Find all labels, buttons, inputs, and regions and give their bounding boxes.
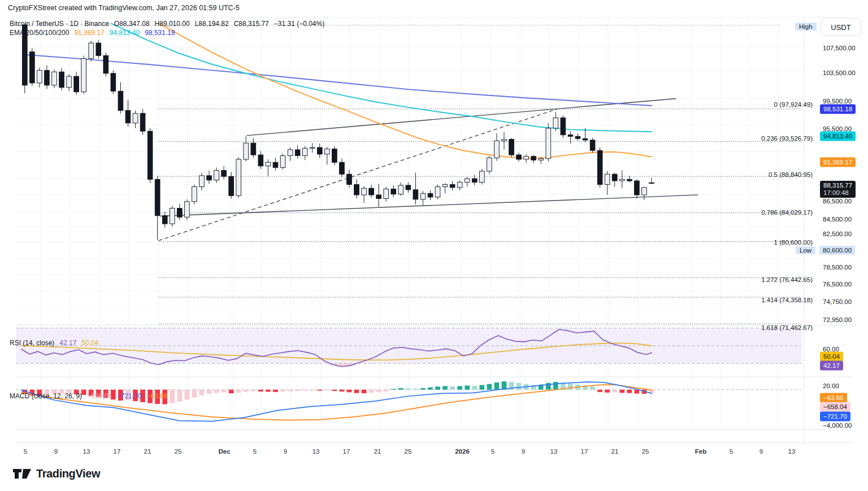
- price-axis-badge: 91,369.17: [820, 158, 856, 167]
- price-axis-badge: −721.70: [820, 412, 850, 422]
- fib-level-label: 1.272 (76,442.65): [761, 276, 813, 283]
- price-axis-label: 72,950.00: [823, 316, 852, 323]
- price-axis-label: 86,500.00: [823, 198, 852, 205]
- macd-value: −658.04: [87, 392, 112, 400]
- price-axis-label: 80,600.00: [819, 246, 855, 255]
- ema-legend-title: EMA 20/50/100/200: [10, 29, 69, 37]
- price-axis-label: 84,500.00: [823, 216, 852, 223]
- time-axis-label[interactable]: 25: [405, 448, 412, 455]
- currency-unit-button[interactable]: USDT: [821, 18, 861, 36]
- price-axis-label: 74,750.00: [823, 298, 852, 305]
- macd-legend[interactable]: MACD (close, 12, 26, 9)−658.04−721.70−63…: [10, 392, 168, 400]
- fib-level-label: 0.5 (88,840.95): [769, 171, 813, 178]
- price-axis-label: 76,500.00: [823, 281, 852, 288]
- fib-level-label: 1.414 (74,358.18): [761, 297, 813, 303]
- price-axis-label: −4,000.00: [823, 422, 852, 429]
- time-axis-label[interactable]: 5: [24, 448, 27, 455]
- time-axis-label[interactable]: 5: [253, 448, 257, 455]
- macd-value: −721.70: [117, 392, 142, 400]
- price-axis-badge: 88,315.7717:00:48: [820, 181, 856, 198]
- time-axis-label[interactable]: 13: [313, 448, 320, 455]
- time-axis-label[interactable]: 9: [522, 448, 525, 455]
- time-axis-label[interactable]: 13: [788, 448, 796, 455]
- time-axis-label[interactable]: 13: [550, 448, 558, 455]
- symbol-title: Bitcoin / TetherUS · 1D · Binance: [10, 20, 109, 28]
- candlesticks[interactable]: [22, 25, 654, 240]
- time-axis-label[interactable]: 9: [284, 448, 287, 455]
- price-axis-badge: 50.04: [820, 352, 843, 362]
- rsi-legend[interactable]: RSI (14, close)42.1750.04: [10, 339, 98, 347]
- time-axis-label[interactable]: 21: [611, 448, 619, 455]
- price-axis-badge: 98,531.18: [820, 105, 856, 114]
- rsi-value: 50.04: [81, 339, 98, 347]
- tradingview-logo-text: TradingView: [36, 467, 100, 480]
- macd-value: −63.66: [146, 392, 167, 400]
- price-axis-label: 103,500.00: [823, 69, 856, 76]
- tradingview-logo[interactable]: TradingView: [12, 467, 100, 480]
- time-axis-label[interactable]: 5: [491, 448, 494, 455]
- low-marker-chip: Low: [796, 246, 815, 254]
- ohlc-value: L88,194.82: [195, 20, 229, 28]
- symbol-legend[interactable]: Bitcoin / TetherUS · 1D · BinanceO88,347…: [10, 20, 324, 28]
- time-axis-label[interactable]: 2026: [455, 448, 470, 455]
- price-axis-label: 107,500.00: [823, 45, 856, 51]
- macd-legend-title: MACD (close, 12, 26, 9): [10, 392, 82, 400]
- fib-level-label: 0.786 (84,029.17): [761, 209, 813, 216]
- time-axis-label[interactable]: 13: [83, 448, 90, 455]
- price-axis-label: 99,500.00: [823, 98, 852, 105]
- ohlc-value: H89,010.00: [155, 20, 190, 28]
- price-axis-label: 78,500.00: [823, 264, 852, 271]
- ema-legend[interactable]: EMA 20/50/100/20091,369.1794,813.4098,53…: [10, 29, 175, 37]
- fib-level-label: 0.236 (93,526.79): [761, 135, 813, 142]
- price-axis-badge: 94,813.40: [820, 132, 856, 141]
- time-axis-label[interactable]: 9: [54, 448, 58, 455]
- time-axis-label[interactable]: 5: [730, 448, 733, 455]
- ohlc-value: C88,315.77: [234, 20, 269, 28]
- ema-value: 94,813.40: [110, 29, 140, 37]
- attribution-header: CryptoFXStreet created with TradingView.…: [8, 4, 240, 12]
- time-axis-label[interactable]: 21: [374, 448, 381, 455]
- fib-level-label: 0 (97,924.49): [774, 101, 813, 108]
- price-axis-badge: 42.17: [820, 361, 843, 371]
- time-axis-label[interactable]: Feb: [695, 448, 706, 455]
- time-axis-label[interactable]: 17: [581, 448, 588, 455]
- time-axis-label[interactable]: 9: [760, 448, 763, 455]
- fib-level-label: 1 (80,600.00): [774, 239, 813, 246]
- time-axis-label[interactable]: 17: [343, 448, 350, 455]
- price-axis-badge: −658.04: [820, 402, 850, 412]
- ema-value: 91,369.17: [74, 29, 104, 37]
- time-axis-label[interactable]: 25: [175, 448, 182, 455]
- rsi-value: 42.17: [59, 339, 76, 347]
- fib-level-label: 1.618 (71,462.67): [761, 324, 813, 331]
- time-axis-label[interactable]: 17: [114, 448, 121, 455]
- ohlc-value: −31.31 (−0.04%): [274, 20, 324, 28]
- high-marker-chip: High: [795, 23, 817, 31]
- time-axis-label[interactable]: 21: [144, 448, 151, 455]
- tradingview-chart-page: CryptoFXStreet created with TradingView.…: [0, 0, 868, 491]
- ema-value: 98,531.18: [145, 29, 175, 37]
- ohlc-value: O88,347.08: [114, 20, 150, 28]
- time-axis-label[interactable]: Dec: [218, 448, 230, 455]
- tradingview-logo-icon: [12, 467, 32, 480]
- time-axis-label[interactable]: 25: [642, 448, 649, 455]
- price-axis-badge: −63.66: [820, 393, 847, 403]
- rsi-legend-title: RSI (14, close): [10, 339, 54, 347]
- price-axis-label: 82,500.00: [823, 231, 852, 237]
- ema-100-line: [111, 24, 652, 132]
- price-axis-label: 20.00: [823, 383, 839, 389]
